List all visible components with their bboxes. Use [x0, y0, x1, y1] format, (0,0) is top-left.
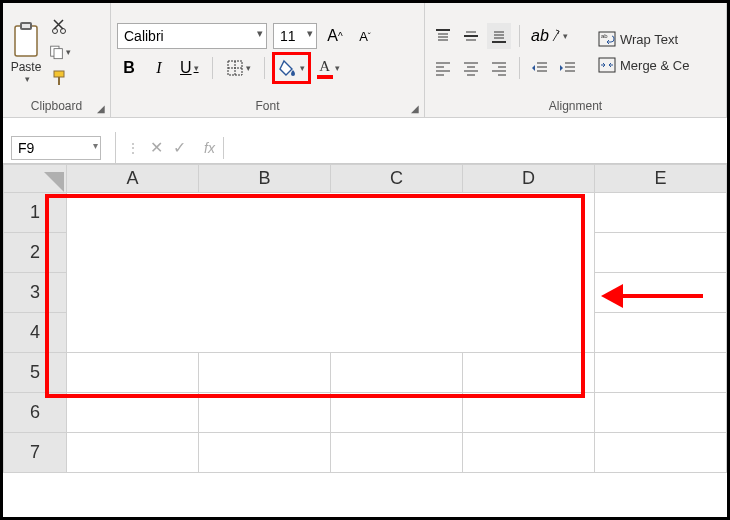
align-bottom-button[interactable]: [487, 23, 511, 49]
cell[interactable]: [199, 393, 331, 433]
chevron-down-icon[interactable]: ▾: [563, 31, 568, 41]
cell[interactable]: [595, 193, 727, 233]
cell[interactable]: [67, 393, 199, 433]
cell[interactable]: [463, 273, 595, 313]
paste-button[interactable]: Paste ▾: [9, 20, 43, 84]
cell[interactable]: [331, 433, 463, 473]
cell[interactable]: [199, 273, 331, 313]
cut-button[interactable]: [49, 15, 71, 37]
align-top-button[interactable]: [431, 23, 455, 49]
cell[interactable]: [67, 233, 199, 273]
cell[interactable]: [331, 393, 463, 433]
svg-point-3: [53, 29, 58, 34]
column-header[interactable]: A: [67, 165, 199, 193]
fill-color-button[interactable]: ▾: [275, 55, 308, 81]
increase-font-size-button[interactable]: A^: [323, 23, 347, 49]
row-header[interactable]: 7: [4, 433, 67, 473]
svg-rect-6: [54, 49, 62, 59]
chevron-down-icon[interactable]: ▾: [25, 74, 30, 84]
row-header[interactable]: 4: [4, 313, 67, 353]
decrease-font-size-button[interactable]: Aˇ: [353, 23, 377, 49]
cell[interactable]: [331, 313, 463, 353]
wrap-text-button[interactable]: ab Wrap Text: [596, 29, 691, 49]
chevron-down-icon[interactable]: ▾: [66, 47, 71, 57]
font-dialog-launcher[interactable]: ◢: [408, 101, 422, 115]
svg-rect-8: [58, 77, 60, 85]
underline-button[interactable]: U▾: [177, 55, 202, 81]
cell[interactable]: [463, 313, 595, 353]
cell[interactable]: [199, 193, 331, 233]
italic-button[interactable]: I: [147, 55, 171, 81]
merge-center-label: Merge & Ce: [620, 58, 689, 73]
cancel-formula-button[interactable]: ✕: [150, 138, 163, 157]
cell[interactable]: [595, 233, 727, 273]
spreadsheet-grid[interactable]: A B C D E 1 2 3 4 5 6 7: [3, 164, 727, 473]
select-all-corner[interactable]: [4, 165, 67, 193]
orientation-button[interactable]: ab▾: [528, 23, 571, 49]
bold-button[interactable]: B: [117, 55, 141, 81]
svg-rect-2: [22, 24, 30, 28]
column-header[interactable]: C: [331, 165, 463, 193]
align-left-button[interactable]: [431, 55, 455, 81]
row-header[interactable]: 3: [4, 273, 67, 313]
merge-center-button[interactable]: Merge & Ce: [596, 55, 691, 75]
column-header[interactable]: E: [595, 165, 727, 193]
copy-button[interactable]: ▾: [49, 41, 71, 63]
cell[interactable]: [463, 433, 595, 473]
fx-label[interactable]: fx: [204, 140, 215, 156]
fx-options-icon[interactable]: ⋮: [126, 140, 140, 156]
row-header[interactable]: 6: [4, 393, 67, 433]
cell[interactable]: [463, 233, 595, 273]
chevron-down-icon[interactable]: ▾: [335, 63, 340, 73]
chevron-down-icon[interactable]: ▾: [246, 63, 251, 73]
cell[interactable]: [67, 273, 199, 313]
chevron-down-icon[interactable]: ▾: [93, 140, 98, 151]
svg-point-4: [61, 29, 66, 34]
align-middle-button[interactable]: [459, 23, 483, 49]
paste-label: Paste: [11, 60, 42, 74]
decrease-indent-button[interactable]: [528, 55, 552, 81]
name-box[interactable]: F9▾: [11, 136, 101, 160]
enter-formula-button[interactable]: ✓: [173, 138, 186, 157]
clipboard-group-label: Clipboard: [9, 97, 104, 115]
alignment-group-label: Alignment: [431, 97, 720, 115]
font-size-select[interactable]: [273, 23, 317, 49]
cell[interactable]: [67, 353, 199, 393]
font-color-button[interactable]: A ▾: [314, 55, 343, 81]
cell[interactable]: [331, 273, 463, 313]
column-header[interactable]: D: [463, 165, 595, 193]
cell[interactable]: [199, 353, 331, 393]
font-name-select[interactable]: [117, 23, 267, 49]
cell[interactable]: [595, 353, 727, 393]
cell[interactable]: [595, 433, 727, 473]
cell[interactable]: [595, 393, 727, 433]
row-header[interactable]: 5: [4, 353, 67, 393]
cell[interactable]: [199, 233, 331, 273]
cell[interactable]: [331, 233, 463, 273]
cell[interactable]: [67, 193, 199, 233]
svg-rect-0: [15, 26, 37, 56]
chevron-down-icon[interactable]: ▾: [300, 63, 305, 73]
borders-button[interactable]: ▾: [223, 55, 254, 81]
align-center-button[interactable]: [459, 55, 483, 81]
wrap-text-label: Wrap Text: [620, 32, 678, 47]
chevron-down-icon[interactable]: ▾: [194, 63, 199, 73]
cell[interactable]: [67, 313, 199, 353]
cell[interactable]: [199, 433, 331, 473]
cell[interactable]: [463, 193, 595, 233]
cell[interactable]: [331, 353, 463, 393]
increase-indent-button[interactable]: [556, 55, 580, 81]
cell[interactable]: [199, 313, 331, 353]
row-header[interactable]: 1: [4, 193, 67, 233]
align-right-button[interactable]: [487, 55, 511, 81]
cell[interactable]: [331, 193, 463, 233]
cell[interactable]: [463, 393, 595, 433]
column-header[interactable]: B: [199, 165, 331, 193]
cell[interactable]: [67, 433, 199, 473]
formula-bar-input[interactable]: [223, 137, 727, 159]
format-painter-button[interactable]: [49, 67, 71, 89]
cell[interactable]: [595, 313, 727, 353]
cell[interactable]: [463, 353, 595, 393]
clipboard-dialog-launcher[interactable]: ◢: [94, 101, 108, 115]
row-header[interactable]: 2: [4, 233, 67, 273]
